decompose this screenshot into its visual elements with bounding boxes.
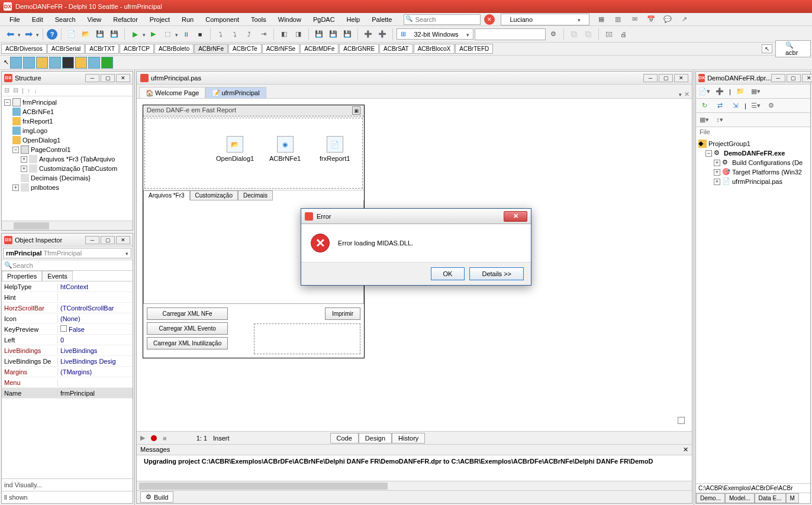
sort-icon[interactable]: ↕▾ <box>714 115 726 125</box>
maximize-button[interactable]: ▢ <box>787 74 801 82</box>
tb-save2[interactable]: 💾 <box>327 28 340 41</box>
tb-save1[interactable]: 💾 <box>312 28 326 41</box>
stop-icon[interactable]: ■ <box>163 435 167 442</box>
tb-print-icon[interactable]: 🖨 <box>617 28 630 41</box>
open-button[interactable]: 📂 <box>79 28 92 41</box>
palette-component-6[interactable] <box>75 57 87 69</box>
nav-forward-button[interactable]: ➡ <box>22 28 35 41</box>
step-out-button[interactable]: ⤴ <box>243 28 256 41</box>
view-icon[interactable]: ▦▾ <box>750 86 762 97</box>
close-messages-icon[interactable]: ✕ <box>683 446 688 454</box>
proj-tab-data[interactable]: Data E... <box>755 493 786 503</box>
feedback-icon[interactable]: 💬 <box>662 14 674 25</box>
horizontal-scrollbar[interactable] <box>2 221 133 230</box>
folder-icon[interactable]: 📁 <box>734 86 746 97</box>
up-icon[interactable]: ↑ <box>27 87 31 94</box>
run-button[interactable]: ▶ <box>128 28 141 41</box>
tree-item[interactable]: frxReport1 <box>4 116 130 126</box>
tree-item[interactable]: ACBrNFe1 <box>4 107 130 116</box>
tree-item[interactable]: Decimais {Decimais} <box>4 173 130 183</box>
messages-scrollbar[interactable] <box>137 481 692 490</box>
save-button[interactable]: 💾 <box>94 28 107 41</box>
play-icon[interactable]: ▶ <box>140 434 145 442</box>
minimize-button[interactable]: ─ <box>85 74 99 82</box>
property-row[interactable]: HelpTypehtContext <box>2 281 133 292</box>
refresh-icon[interactable]: ↻ <box>698 101 710 111</box>
tree-item[interactable]: +Customização {TabCustom <box>4 164 130 173</box>
attach-button[interactable]: ⬚ <box>161 28 174 41</box>
comp-cursor-icon[interactable]: ↖ <box>4 59 9 66</box>
menu-help[interactable]: Help <box>341 15 366 24</box>
menu-palette[interactable]: Palette <box>366 15 398 24</box>
nav-back-button[interactable]: ⬅ <box>4 28 17 41</box>
view-history-tab[interactable]: History <box>392 433 425 444</box>
attach-dropdown-icon[interactable] <box>175 31 178 38</box>
tb-gear-icon[interactable]: ⚙ <box>547 28 560 41</box>
ctab-diversos[interactable]: ACBrDiversos <box>1 44 47 54</box>
tb-save3[interactable]: 💾 <box>341 28 354 41</box>
menu-component[interactable]: Component <box>199 15 245 24</box>
tb-add1[interactable]: ➕ <box>362 28 375 41</box>
palette-search-input[interactable]: 🔍 acbr <box>775 40 811 57</box>
property-row[interactable]: KeyPreviewFalse <box>2 324 133 335</box>
help-button[interactable]: ? <box>47 29 57 40</box>
tb-add2[interactable]: ➕ <box>376 28 389 41</box>
collapse-icon[interactable]: ⇲ <box>729 101 741 111</box>
tb-icon-1[interactable]: ◧ <box>278 28 291 41</box>
menu-pgdac[interactable]: PgDAC <box>307 15 341 24</box>
proj-tab-demo[interactable]: Demo... <box>696 493 725 503</box>
property-value[interactable]: LiveBindings <box>58 347 133 354</box>
back-dropdown-icon[interactable] <box>18 31 21 38</box>
property-value[interactable]: (None) <box>58 315 133 322</box>
fwd-dropdown-icon[interactable] <box>36 31 39 38</box>
property-value[interactable]: (TControlScrollBar <box>58 305 133 312</box>
proj-tab-m[interactable]: M <box>786 493 799 503</box>
oi-tab-events[interactable]: Events <box>42 271 73 281</box>
btn-carregar-nfe[interactable]: Carregar XML NFe <box>147 307 228 320</box>
menu-window[interactable]: Window <box>272 15 307 24</box>
menu-tools[interactable]: Tools <box>245 15 272 24</box>
tree-item[interactable]: imgLogo <box>4 126 130 135</box>
target-platforms[interactable]: +🎯Target Platforms (Win32 <box>698 167 808 177</box>
menu-run[interactable]: Run <box>176 15 199 24</box>
saveall-button[interactable]: 💾 <box>108 28 121 41</box>
user-combo[interactable]: Luciano <box>501 14 589 25</box>
tree-item[interactable]: −PageControl1 <box>4 145 130 154</box>
close-button[interactable]: ✕ <box>116 236 130 244</box>
close-button[interactable]: ✕ <box>116 74 130 82</box>
record-icon[interactable] <box>151 435 157 441</box>
property-row[interactable]: HorzScrollBar(TControlScrollBar <box>2 303 133 313</box>
ctab-gnre[interactable]: ACBrGNRE <box>339 44 379 54</box>
property-value[interactable]: LiveBindings Desig <box>58 358 133 365</box>
palette-component-4[interactable] <box>49 57 61 69</box>
property-row[interactable]: NamefrmPrincipal <box>2 388 133 399</box>
close-tab-icon[interactable]: ✕ <box>684 90 689 98</box>
palette-component-8[interactable] <box>101 57 113 69</box>
close-button[interactable]: ✕ <box>674 74 688 82</box>
maximize-button[interactable]: ▢ <box>659 74 673 82</box>
property-row[interactable]: LiveBindingsLiveBindings <box>2 345 133 356</box>
search-close-icon[interactable]: ✕ <box>484 14 495 25</box>
view-design-tab[interactable]: Design <box>359 433 392 444</box>
tree-root[interactable]: −frmPrincipal <box>4 98 130 107</box>
ctab-sat[interactable]: ACBrSAT <box>379 44 413 54</box>
minimize-button[interactable]: ─ <box>643 74 658 82</box>
btn-carregar-evento[interactable]: Carregar XML Evento <box>147 322 228 335</box>
build-config[interactable]: +⚙Build Configurations (De <box>698 158 808 167</box>
ctab-tefd[interactable]: ACBrTEFD <box>455 44 493 54</box>
step-over-button[interactable]: ⤵ <box>214 28 227 41</box>
pagetab-custom[interactable]: Customização <box>190 190 238 200</box>
property-value[interactable]: (TMargins) <box>58 368 133 375</box>
resize-handle-icon[interactable] <box>678 417 685 424</box>
palette-cursor-button[interactable]: ↖ <box>762 44 772 53</box>
ctab-nfe[interactable]: ACBrNFe <box>194 44 228 54</box>
tb-paste-icon[interactable]: ⿻ <box>582 28 595 41</box>
config-combo[interactable] <box>475 28 546 40</box>
property-value[interactable]: 0 <box>58 336 133 344</box>
minimize-button[interactable]: ─ <box>85 236 99 244</box>
component-acbrnfe[interactable]: ◉ACBrNFe1 <box>269 136 301 162</box>
layout-icon[interactable]: ▦ <box>595 14 607 25</box>
ctab-serial[interactable]: ACBrSerial <box>47 44 85 54</box>
new-button[interactable]: 📄 <box>65 28 78 41</box>
property-row[interactable]: Hint <box>2 292 133 303</box>
